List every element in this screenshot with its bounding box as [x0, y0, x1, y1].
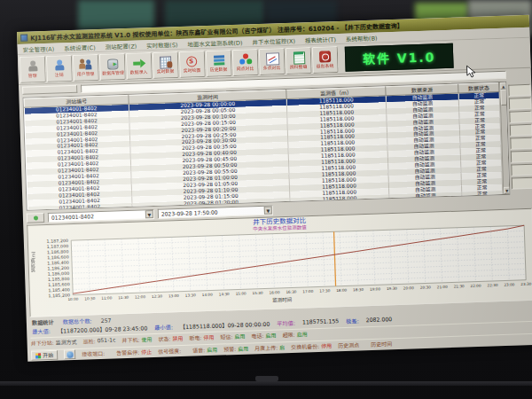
menu-item[interactable]: 地面水文监测系统(D): [187, 37, 242, 48]
toolbar-button[interactable]: 历史数据: [206, 49, 232, 76]
status-pair: 接收端口:: [82, 349, 110, 358]
status-pair: 语音: 启用: [192, 346, 217, 355]
toolbar-icon: [132, 57, 146, 69]
filter-button[interactable]: [22, 85, 77, 95]
svg-text:16:00: 16:00: [269, 290, 280, 294]
side-panel: [508, 84, 532, 190]
svg-text:1,187,200: 1,187,200: [46, 239, 68, 244]
status-pair: 井下机: 使用: [121, 335, 152, 344]
side-field[interactable]: [508, 84, 530, 97]
network-button[interactable]: [64, 349, 75, 359]
toolbar-button[interactable]: 资料整编: [286, 47, 312, 74]
menu-item[interactable]: 实时数据(S): [146, 39, 178, 49]
toolbar-button-label: 网点对比: [237, 66, 254, 71]
menu-item[interactable]: 井下水位监控(X): [252, 35, 295, 46]
toolbar-button[interactable]: 实时绘图: [179, 50, 206, 77]
svg-text:15:00: 15:00: [236, 291, 247, 295]
status-pair-label: 超限:: [282, 331, 294, 339]
side-field[interactable]: [511, 151, 532, 163]
status-pair: 超限: 启用: [282, 330, 307, 339]
menu-item[interactable]: 测站配置(Z): [106, 41, 137, 51]
svg-text:20:00: 20:00: [403, 286, 415, 290]
count-value: 257: [101, 317, 112, 324]
status-pair-value: 051-1c: [98, 336, 116, 345]
side-field[interactable]: [511, 164, 532, 176]
menu-item[interactable]: 安全管理(A): [22, 43, 54, 53]
svg-text:16:30: 16:30: [286, 290, 297, 294]
side-field[interactable]: [512, 177, 532, 190]
chevron-down-icon[interactable]: ▼: [264, 206, 272, 214]
start-button[interactable]: 开始: [31, 350, 58, 361]
toolbar-button-label: 数据库管理: [102, 70, 124, 75]
status-pair-value: 监测方式: [56, 338, 77, 347]
data-table-wrap: 测站编号监测时间监测值（m）数据来源数据状态 01234001-8402 202…: [22, 82, 510, 211]
toolbar-icon: [184, 55, 199, 67]
query-indicator-icon: [33, 215, 37, 220]
svg-text:17:30: 17:30: [319, 288, 331, 293]
min-label: 最小值:: [154, 323, 173, 332]
toolbar-button-label: 实时绘图: [184, 67, 201, 73]
status-pair-value: [183, 347, 186, 355]
status-pair-label: 月度上传:: [254, 343, 278, 352]
status-pair-value: 使用: [141, 335, 152, 343]
toolbar-button[interactable]: 实时数据: [153, 51, 179, 78]
svg-text:12:00: 12:00: [135, 294, 146, 299]
toolbar-button-label: 资料整编: [290, 64, 308, 69]
svg-text:1,186,600: 1,186,600: [47, 255, 69, 261]
svg-text:11:00: 11:00: [101, 295, 113, 300]
toolbar-button[interactable]: 数据库管理: [99, 52, 126, 80]
side-field[interactable]: [509, 111, 531, 123]
monitor-logo: [255, 376, 278, 381]
toolbar-icon: [211, 54, 225, 66]
toolbar-button[interactable]: 退出系统: [312, 46, 339, 74]
toolbar-button-label: 退出系统: [317, 63, 334, 68]
status-pair-value: 启用: [265, 331, 276, 339]
screen: KJ116矿井水文监测监控系统 V1.0 授权使用单位：陕西东鑫矿业有限公司（吉…: [17, 15, 532, 362]
svg-text:22:30: 22:30: [487, 283, 498, 287]
toolbar-button[interactable]: 用户管理: [73, 53, 99, 81]
status-pair-value: [361, 340, 364, 348]
status-pair-label: 历史时间: [371, 340, 392, 348]
toolbar-button[interactable]: 多点对比: [259, 48, 286, 75]
avg-label: 平均值:: [277, 319, 295, 328]
menu-item[interactable]: 系统设置(C): [64, 43, 96, 52]
chevron-down-icon[interactable]: ▼: [145, 210, 153, 218]
side-field[interactable]: [510, 124, 532, 137]
toolbar-button[interactable]: 网点对比: [232, 48, 259, 75]
status-pair-label: 语音:: [192, 346, 205, 354]
svg-text:1,186,400: 1,186,400: [47, 261, 69, 266]
svg-text:14:00: 14:00: [202, 293, 214, 297]
status-pair: 信号强度:: [158, 347, 186, 356]
toolbar-button[interactable]: 注销: [46, 54, 73, 82]
svg-text:11:30: 11:30: [118, 295, 129, 300]
query-button[interactable]: [27, 213, 44, 223]
svg-text:10:00: 10:00: [67, 297, 79, 301]
side-field[interactable]: [510, 137, 532, 150]
toolbar-button-label: 历史数据: [210, 66, 228, 72]
toolbar-icon: [317, 51, 332, 63]
svg-text:17:00: 17:00: [302, 289, 314, 293]
start-button-label: 开始: [43, 351, 53, 359]
svg-text:15:30: 15:30: [252, 291, 263, 295]
chart-y-axis-label: 监测值(m): [29, 251, 36, 272]
status-pair-label: 信号强度:: [158, 347, 181, 356]
toolbar-button-label: 实时数据: [157, 68, 175, 74]
side-field[interactable]: [509, 98, 531, 110]
toolbar-button[interactable]: 管理: [20, 55, 46, 82]
toolbar-button[interactable]: 数据录入: [126, 51, 153, 79]
svg-text:1,187,000: 1,187,000: [47, 244, 69, 249]
station-combo[interactable]: 01234001-8402 ▼: [48, 208, 154, 222]
svg-text:23:00: 23:00: [504, 282, 515, 286]
scroll-up-icon[interactable]: ▲: [500, 82, 507, 90]
status-pair-label: 历史测点: [338, 340, 359, 349]
scroll-down-icon[interactable]: ▼: [504, 187, 511, 194]
menu-item[interactable]: 报表统计(T): [305, 35, 336, 44]
status-pair-label: 交换机备份:: [291, 342, 319, 351]
scroll-thumb[interactable]: [500, 90, 508, 106]
background-monitor-image: [78, 0, 154, 30]
app-window: KJ116矿井水文监测监控系统 V1.0 授权使用单位：陕西东鑫矿业有限公司（吉…: [17, 15, 532, 361]
menu-item[interactable]: 系统帮助(B): [346, 33, 378, 43]
status-pair-label: 断电:: [189, 333, 201, 341]
toolbar-button-label: 注销: [55, 72, 64, 76]
datetime-picker[interactable]: 2023-09-28 17:50:00 ▼: [158, 205, 273, 218]
